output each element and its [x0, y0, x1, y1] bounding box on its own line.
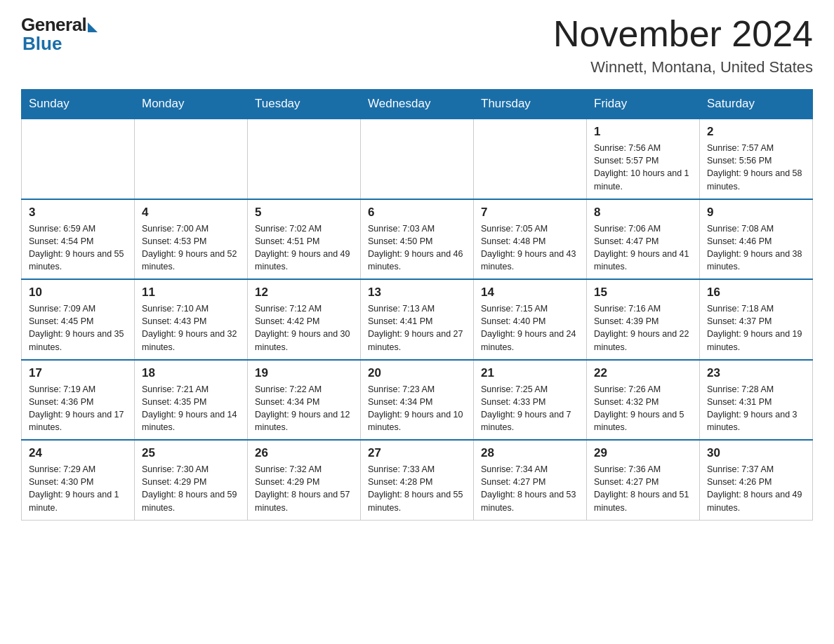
week-row-2: 3Sunrise: 6:59 AM Sunset: 4:54 PM Daylig…	[22, 199, 813, 280]
day-info: Sunrise: 7:36 AM Sunset: 4:27 PM Dayligh…	[594, 463, 692, 514]
day-number: 5	[255, 206, 353, 220]
calendar-cell: 25Sunrise: 7:30 AM Sunset: 4:29 PM Dayli…	[135, 440, 248, 520]
calendar-cell: 26Sunrise: 7:32 AM Sunset: 4:29 PM Dayli…	[248, 440, 361, 520]
calendar-header-wednesday: Wednesday	[361, 90, 474, 119]
calendar-table: SundayMondayTuesdayWednesdayThursdayFrid…	[21, 89, 813, 521]
day-number: 2	[707, 125, 805, 139]
calendar-cell: 1Sunrise: 7:56 AM Sunset: 5:57 PM Daylig…	[587, 119, 700, 199]
calendar-header-sunday: Sunday	[22, 90, 135, 119]
calendar-cell: 29Sunrise: 7:36 AM Sunset: 4:27 PM Dayli…	[587, 440, 700, 520]
calendar-cell	[474, 119, 587, 199]
day-number: 16	[707, 286, 805, 300]
day-info: Sunrise: 7:57 AM Sunset: 5:56 PM Dayligh…	[707, 142, 805, 193]
subtitle: Winnett, Montana, United States	[553, 58, 813, 76]
calendar-cell	[22, 119, 135, 199]
calendar-cell	[135, 119, 248, 199]
calendar-cell: 21Sunrise: 7:25 AM Sunset: 4:33 PM Dayli…	[474, 360, 587, 441]
logo: General Blue	[21, 14, 98, 55]
calendar-cell: 22Sunrise: 7:26 AM Sunset: 4:32 PM Dayli…	[587, 360, 700, 441]
day-number: 3	[29, 206, 127, 220]
day-info: Sunrise: 7:23 AM Sunset: 4:34 PM Dayligh…	[368, 383, 466, 434]
calendar-cell: 4Sunrise: 7:00 AM Sunset: 4:53 PM Daylig…	[135, 199, 248, 280]
day-number: 7	[481, 206, 579, 220]
calendar-cell: 10Sunrise: 7:09 AM Sunset: 4:45 PM Dayli…	[22, 279, 135, 360]
day-number: 4	[142, 206, 240, 220]
day-number: 24	[29, 446, 127, 460]
day-number: 25	[142, 446, 240, 460]
day-number: 1	[594, 125, 692, 139]
calendar-cell: 17Sunrise: 7:19 AM Sunset: 4:36 PM Dayli…	[22, 360, 135, 441]
day-number: 21	[481, 366, 579, 380]
page-header: General Blue November 2024 Winnett, Mont…	[21, 14, 813, 76]
day-number: 11	[142, 286, 240, 300]
day-info: Sunrise: 7:12 AM Sunset: 4:42 PM Dayligh…	[255, 302, 353, 354]
day-number: 19	[255, 366, 353, 380]
calendar-cell: 27Sunrise: 7:33 AM Sunset: 4:28 PM Dayli…	[361, 440, 474, 520]
calendar-cell: 7Sunrise: 7:05 AM Sunset: 4:48 PM Daylig…	[474, 199, 587, 280]
day-number: 20	[368, 366, 466, 380]
day-number: 12	[255, 286, 353, 300]
week-row-5: 24Sunrise: 7:29 AM Sunset: 4:30 PM Dayli…	[22, 440, 813, 520]
day-info: Sunrise: 7:56 AM Sunset: 5:57 PM Dayligh…	[594, 142, 692, 193]
day-info: Sunrise: 7:26 AM Sunset: 4:32 PM Dayligh…	[594, 383, 692, 434]
calendar-cell: 24Sunrise: 7:29 AM Sunset: 4:30 PM Dayli…	[22, 440, 135, 520]
day-info: Sunrise: 7:21 AM Sunset: 4:35 PM Dayligh…	[142, 383, 240, 434]
calendar-cell: 23Sunrise: 7:28 AM Sunset: 4:31 PM Dayli…	[700, 360, 813, 441]
week-row-3: 10Sunrise: 7:09 AM Sunset: 4:45 PM Dayli…	[22, 279, 813, 360]
day-number: 10	[29, 286, 127, 300]
day-number: 18	[142, 366, 240, 380]
day-number: 8	[594, 206, 692, 220]
day-info: Sunrise: 7:30 AM Sunset: 4:29 PM Dayligh…	[142, 463, 240, 514]
calendar-cell	[361, 119, 474, 199]
day-number: 30	[707, 446, 805, 460]
day-info: Sunrise: 7:00 AM Sunset: 4:53 PM Dayligh…	[142, 222, 240, 274]
day-info: Sunrise: 7:13 AM Sunset: 4:41 PM Dayligh…	[368, 302, 466, 354]
day-info: Sunrise: 7:18 AM Sunset: 4:37 PM Dayligh…	[707, 302, 805, 354]
day-info: Sunrise: 7:03 AM Sunset: 4:50 PM Dayligh…	[368, 222, 466, 274]
calendar-cell: 18Sunrise: 7:21 AM Sunset: 4:35 PM Dayli…	[135, 360, 248, 441]
day-number: 22	[594, 366, 692, 380]
calendar-header-thursday: Thursday	[474, 90, 587, 119]
day-number: 29	[594, 446, 692, 460]
day-info: Sunrise: 7:16 AM Sunset: 4:39 PM Dayligh…	[594, 302, 692, 354]
calendar-cell: 30Sunrise: 7:37 AM Sunset: 4:26 PM Dayli…	[700, 440, 813, 520]
calendar-header-monday: Monday	[135, 90, 248, 119]
day-info: Sunrise: 7:33 AM Sunset: 4:28 PM Dayligh…	[368, 463, 466, 514]
calendar-cell: 19Sunrise: 7:22 AM Sunset: 4:34 PM Dayli…	[248, 360, 361, 441]
calendar-cell: 11Sunrise: 7:10 AM Sunset: 4:43 PM Dayli…	[135, 279, 248, 360]
calendar-cell: 6Sunrise: 7:03 AM Sunset: 4:50 PM Daylig…	[361, 199, 474, 280]
day-number: 26	[255, 446, 353, 460]
day-number: 14	[481, 286, 579, 300]
logo-text-blue: Blue	[22, 33, 62, 55]
calendar-cell: 28Sunrise: 7:34 AM Sunset: 4:27 PM Dayli…	[474, 440, 587, 520]
calendar-cell: 8Sunrise: 7:06 AM Sunset: 4:47 PM Daylig…	[587, 199, 700, 280]
day-info: Sunrise: 7:10 AM Sunset: 4:43 PM Dayligh…	[142, 302, 240, 354]
day-info: Sunrise: 7:06 AM Sunset: 4:47 PM Dayligh…	[594, 222, 692, 274]
calendar-cell: 5Sunrise: 7:02 AM Sunset: 4:51 PM Daylig…	[248, 199, 361, 280]
day-number: 15	[594, 286, 692, 300]
week-row-1: 1Sunrise: 7:56 AM Sunset: 5:57 PM Daylig…	[22, 119, 813, 199]
calendar-header-friday: Friday	[587, 90, 700, 119]
calendar-header-tuesday: Tuesday	[248, 90, 361, 119]
day-number: 9	[707, 206, 805, 220]
day-info: Sunrise: 7:37 AM Sunset: 4:26 PM Dayligh…	[707, 463, 805, 514]
calendar-header-saturday: Saturday	[700, 90, 813, 119]
day-info: Sunrise: 7:05 AM Sunset: 4:48 PM Dayligh…	[481, 222, 579, 274]
calendar-cell: 2Sunrise: 7:57 AM Sunset: 5:56 PM Daylig…	[700, 119, 813, 199]
calendar-cell: 14Sunrise: 7:15 AM Sunset: 4:40 PM Dayli…	[474, 279, 587, 360]
day-info: Sunrise: 7:02 AM Sunset: 4:51 PM Dayligh…	[255, 222, 353, 274]
calendar-cell: 13Sunrise: 7:13 AM Sunset: 4:41 PM Dayli…	[361, 279, 474, 360]
calendar-cell: 3Sunrise: 6:59 AM Sunset: 4:54 PM Daylig…	[22, 199, 135, 280]
day-info: Sunrise: 7:19 AM Sunset: 4:36 PM Dayligh…	[29, 383, 127, 434]
calendar-cell: 16Sunrise: 7:18 AM Sunset: 4:37 PM Dayli…	[700, 279, 813, 360]
day-number: 27	[368, 446, 466, 460]
day-info: Sunrise: 7:32 AM Sunset: 4:29 PM Dayligh…	[255, 463, 353, 514]
calendar-cell: 12Sunrise: 7:12 AM Sunset: 4:42 PM Dayli…	[248, 279, 361, 360]
day-info: Sunrise: 7:25 AM Sunset: 4:33 PM Dayligh…	[481, 383, 579, 434]
day-info: Sunrise: 7:34 AM Sunset: 4:27 PM Dayligh…	[481, 463, 579, 514]
main-title: November 2024	[553, 14, 813, 54]
day-info: Sunrise: 7:28 AM Sunset: 4:31 PM Dayligh…	[707, 383, 805, 434]
calendar-cell: 15Sunrise: 7:16 AM Sunset: 4:39 PM Dayli…	[587, 279, 700, 360]
day-info: Sunrise: 7:29 AM Sunset: 4:30 PM Dayligh…	[29, 463, 127, 514]
day-info: Sunrise: 7:09 AM Sunset: 4:45 PM Dayligh…	[29, 302, 127, 354]
